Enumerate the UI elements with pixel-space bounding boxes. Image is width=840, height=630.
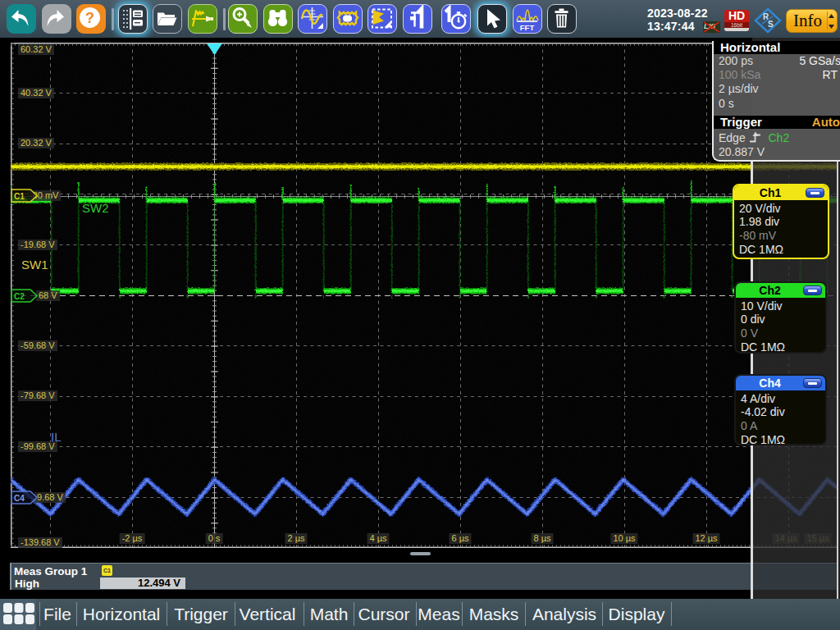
svg-text:C4: C4: [14, 494, 25, 503]
svg-text:C1: C1: [14, 192, 25, 201]
svg-text:S: S: [768, 20, 774, 29]
svg-text:C2: C2: [14, 292, 25, 301]
svg-text:?: ?: [85, 10, 94, 26]
svg-text:FFT: FFT: [519, 23, 534, 32]
